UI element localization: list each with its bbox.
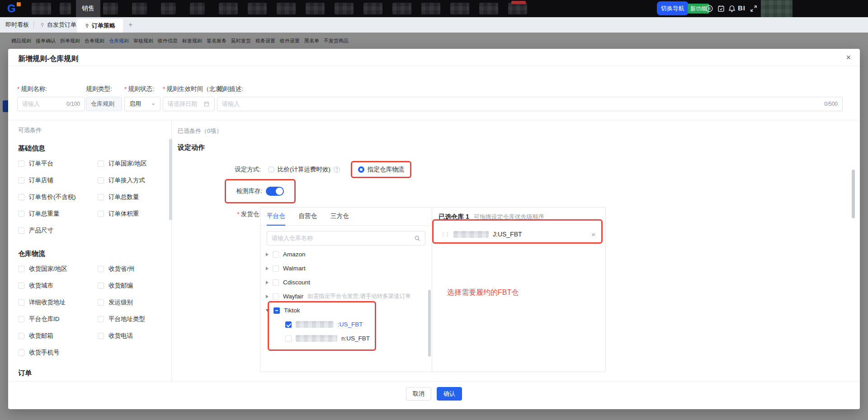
caret-right-icon[interactable] bbox=[266, 281, 269, 284]
redacted-menu-item[interactable] bbox=[335, 3, 354, 14]
checkbox[interactable] bbox=[18, 283, 24, 289]
tree-scrollbar[interactable] bbox=[428, 290, 431, 357]
calendar-check-icon[interactable] bbox=[717, 5, 725, 13]
tab-third-party-warehouse[interactable]: 三方仓 bbox=[330, 208, 349, 226]
checkbox-indeterminate[interactable] bbox=[274, 307, 280, 314]
checkbox-checked[interactable] bbox=[285, 321, 292, 328]
checkbox[interactable] bbox=[18, 227, 24, 234]
checkbox[interactable] bbox=[18, 349, 24, 356]
effective-date-picker[interactable]: 请选择日期 bbox=[163, 97, 215, 111]
checkbox[interactable] bbox=[18, 333, 24, 339]
radio-selected[interactable] bbox=[358, 166, 364, 173]
tab-dashboard[interactable]: 即时看板 bbox=[5, 17, 29, 33]
checkbox[interactable] bbox=[98, 177, 104, 184]
add-tab-button[interactable]: + bbox=[128, 17, 132, 33]
condition-item[interactable]: 收货国家/地区 bbox=[18, 264, 98, 274]
condition-item[interactable]: 订单接入方式 bbox=[98, 176, 163, 185]
avatar[interactable] bbox=[761, 0, 793, 17]
condition-item[interactable]: 发运级别 bbox=[98, 298, 163, 307]
checkbox[interactable] bbox=[18, 177, 24, 184]
redacted-menu-item[interactable] bbox=[306, 3, 325, 14]
condition-item[interactable]: 订单平台 bbox=[18, 159, 98, 168]
conditions-scrollbar[interactable] bbox=[169, 139, 172, 220]
condition-item[interactable]: 收货邮编 bbox=[98, 281, 163, 290]
pause-circle-icon[interactable] bbox=[705, 5, 713, 13]
redacted-menu-item[interactable] bbox=[103, 3, 118, 14]
condition-item[interactable]: 订单店铺 bbox=[18, 176, 98, 185]
checkbox[interactable] bbox=[273, 265, 279, 272]
redacted-menu-item[interactable] bbox=[277, 3, 296, 14]
condition-item[interactable]: 订单体积重 bbox=[98, 209, 163, 218]
redacted-menu-item[interactable] bbox=[363, 3, 382, 14]
cancel-button[interactable]: 取消 bbox=[406, 387, 431, 401]
checkbox[interactable] bbox=[98, 194, 104, 200]
checkbox[interactable] bbox=[273, 279, 279, 286]
confirm-button[interactable]: 确认 bbox=[437, 387, 462, 401]
checkbox[interactable] bbox=[18, 194, 24, 200]
tree-node-tiktok-warehouse-1[interactable]: :US_FBT bbox=[260, 317, 432, 331]
checkbox[interactable] bbox=[98, 283, 104, 289]
stock-check-toggle-on[interactable] bbox=[266, 187, 284, 196]
redacted-menu-item[interactable] bbox=[450, 3, 469, 14]
tab-order-strategy[interactable]: 订单策略 bbox=[77, 19, 123, 33]
redacted-menu-item[interactable] bbox=[32, 3, 51, 14]
drag-handle-icon[interactable]: ⋮⋮ bbox=[440, 231, 449, 237]
redacted-menu-item[interactable] bbox=[508, 3, 527, 14]
condition-item[interactable]: 收货城市 bbox=[18, 281, 98, 290]
rule-desc-input[interactable]: 请输入 0/500 bbox=[217, 97, 843, 111]
tree-node-tiktok[interactable]: Tiktok bbox=[260, 303, 432, 317]
redacted-menu-item[interactable] bbox=[60, 3, 71, 14]
tab-own-warehouse[interactable]: 自营仓 bbox=[299, 208, 317, 226]
checkbox[interactable] bbox=[98, 316, 104, 322]
tree-node-walmart[interactable]: Walmart bbox=[260, 261, 432, 275]
checkbox[interactable] bbox=[285, 335, 292, 342]
caret-right-icon[interactable] bbox=[266, 295, 269, 298]
condition-item[interactable]: 订单总重量 bbox=[18, 209, 98, 218]
condition-item[interactable]: 平台地址类型 bbox=[98, 315, 163, 324]
checkbox[interactable] bbox=[18, 266, 24, 272]
redacted-menu-item[interactable] bbox=[161, 3, 176, 14]
selected-warehouse-item[interactable]: ⋮⋮ J:US_FBT × bbox=[439, 225, 599, 244]
app-logo[interactable]: G bbox=[7, 2, 25, 15]
bell-icon[interactable] bbox=[728, 5, 736, 13]
switch-nav-button[interactable]: 切换导航 bbox=[657, 1, 689, 15]
redacted-menu-item[interactable] bbox=[132, 3, 147, 14]
redacted-menu-item[interactable] bbox=[248, 3, 267, 14]
close-icon[interactable]: × bbox=[846, 53, 851, 62]
checkbox[interactable] bbox=[18, 299, 24, 306]
bi-link[interactable]: BI bbox=[738, 4, 745, 12]
condition-item[interactable]: 平台仓库ID bbox=[18, 315, 98, 324]
checkbox[interactable] bbox=[273, 251, 279, 258]
checkbox[interactable] bbox=[98, 211, 104, 217]
tree-node-cdiscount[interactable]: Cdiscount bbox=[260, 275, 432, 289]
tree-node-wayfair[interactable]: Wayfair 如需指定平台仓发货,请手动转多渠道订单 bbox=[260, 289, 432, 303]
caret-right-icon[interactable] bbox=[266, 267, 269, 270]
condition-item[interactable]: 收货电话 bbox=[98, 331, 163, 340]
condition-item[interactable]: 订单售价(不含税) bbox=[18, 193, 98, 202]
warehouse-search-input[interactable]: 请输入仓库名称 bbox=[267, 231, 425, 245]
menu-item-sales[interactable]: 销售 bbox=[76, 0, 100, 17]
checkbox[interactable] bbox=[273, 293, 279, 300]
checkbox[interactable] bbox=[98, 266, 104, 272]
checkbox[interactable] bbox=[18, 316, 24, 322]
condition-item[interactable]: 产品尺寸 bbox=[18, 226, 98, 235]
redacted-menu-item[interactable] bbox=[421, 3, 440, 14]
condition-item[interactable]: 详细收货地址 bbox=[18, 298, 98, 307]
redacted-menu-item[interactable] bbox=[392, 3, 411, 14]
checkbox[interactable] bbox=[98, 160, 104, 167]
caret-down-icon[interactable] bbox=[266, 309, 269, 312]
tree-node-tiktok-warehouse-2[interactable]: n:US_FBT bbox=[260, 331, 432, 345]
caret-right-icon[interactable] bbox=[266, 253, 269, 256]
radio-option-compare[interactable]: 比价(计算运费时效) ? bbox=[268, 165, 340, 174]
radio-unselected[interactable] bbox=[268, 166, 274, 173]
rule-status-select[interactable]: 启用 bbox=[124, 97, 160, 111]
checkbox[interactable] bbox=[18, 211, 24, 217]
tab-platform-warehouse[interactable]: 平台仓 bbox=[267, 208, 285, 226]
redacted-menu-item[interactable] bbox=[190, 3, 205, 14]
help-icon[interactable]: ? bbox=[334, 166, 340, 173]
radio-option-assign-annotated[interactable]: 指定仓库物流 bbox=[351, 161, 411, 178]
tree-node-amazon[interactable]: Amazon bbox=[260, 247, 432, 261]
condition-item[interactable]: 收货手机号 bbox=[18, 348, 98, 357]
tab-self-ship-orders[interactable]: 自发货订单 bbox=[40, 17, 76, 33]
remove-icon[interactable]: × bbox=[591, 231, 595, 238]
